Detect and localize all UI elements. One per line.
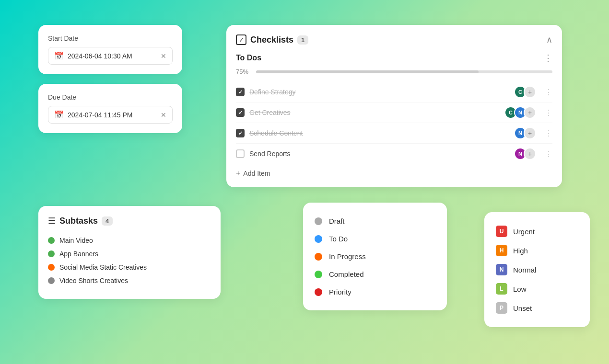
due-date-label: Due Date [48,93,173,101]
status-dot-inprogress [315,253,322,261]
item-text-4: Send Reports [249,150,509,158]
item-checkbox-4[interactable] [236,149,245,158]
status-label-inprogress: In Progress [329,252,366,261]
priority-badge-unset: P [496,302,507,314]
progress-bar-bg [256,70,552,73]
item-avatars-1: C + [514,86,536,98]
todos-header: To Dos ⋮ [236,53,552,63]
priority-item-unset[interactable]: P Unset [494,298,580,318]
item-text-1: Define Strategy [249,88,509,96]
subtask-dot [48,277,55,284]
subtask-dot [48,237,55,244]
status-dot-priority [315,288,322,296]
status-item-completed[interactable]: Completed [313,265,437,283]
checklists-header-left: ✓ Checklists 1 [236,34,308,45]
subtask-label-1: Main Video [59,237,93,244]
item-checkbox-2[interactable] [236,108,245,117]
progress-bar-fill [256,70,479,73]
calendar-icon: 📅 [54,51,64,60]
progress-row: 75% [236,68,552,75]
subtask-label-3: Social Media Static Creatives [59,263,147,271]
add-item-row[interactable]: + Add Item [236,169,552,178]
priority-label-urgent: Urgent [513,228,535,236]
calendar-icon: 📅 [54,110,64,119]
item-avatars-2: C N + [504,106,536,119]
status-label-draft: Draft [329,217,345,225]
priority-badge-low: L [496,283,507,295]
clear-start-date-button[interactable]: ✕ [161,52,166,60]
priority-item-high[interactable]: H High [494,241,580,260]
start-date-field[interactable]: 📅 2024-06-04 10:30 AM ✕ [48,47,173,65]
status-item-priority[interactable]: Priority [313,283,437,301]
subtasks-header: ☰ Subtasks 4 [48,216,211,226]
priority-label-low: Low [513,285,527,293]
add-avatar-button[interactable]: + [524,127,536,139]
priority-label-normal: Normal [513,266,536,274]
start-date-label: Start Date [48,34,173,42]
item-checkbox-3[interactable] [236,129,245,137]
priority-dropdown-card: U Urgent H High N Normal L Low P Unset [484,212,590,327]
item-checkbox-1[interactable] [236,88,245,96]
subtask-item-1: Main Video [48,234,211,247]
status-dot-completed [315,271,322,278]
checklist-item: Define Strategy C + ⋮ [236,82,552,102]
status-label-priority: Priority [329,288,351,296]
add-avatar-button[interactable]: + [524,106,536,119]
subtasks-badge: 4 [102,216,113,226]
todos-title: To Dos [236,54,261,62]
checklists-title: Checklists [250,35,293,45]
checklists-card: ✓ Checklists 1 ∧ To Dos ⋮ 75% Define Str… [226,25,562,187]
checklist-item: Schedule Content N + ⋮ [236,123,552,144]
status-label-todo: To Do [329,235,348,243]
status-dropdown-card: Draft To Do In Progress Completed Priori… [303,203,447,310]
status-item-inprogress[interactable]: In Progress [313,248,437,265]
item-more-3[interactable]: ⋮ [545,129,552,138]
subtask-dot [48,264,55,271]
priority-badge-urgent: U [496,226,507,237]
todos-more-button[interactable]: ⋮ [544,53,552,63]
due-date-value: 2024-07-04 11:45 PM [68,111,132,119]
priority-item-urgent[interactable]: U Urgent [494,222,580,241]
collapse-button[interactable]: ∧ [546,34,552,45]
checklist-icon: ✓ [236,34,246,45]
start-date-card: Start Date 📅 2024-06-04 10:30 AM ✕ [38,25,182,74]
checklist-item: Send Reports N + ⋮ [236,144,552,164]
status-item-draft[interactable]: Draft [313,212,437,230]
status-dot-draft [315,217,322,225]
add-item-label: Add Item [243,170,270,177]
priority-label-high: High [513,247,528,255]
due-date-field[interactable]: 📅 2024-07-04 11:45 PM ✕ [48,106,173,124]
add-avatar-button[interactable]: + [524,86,536,98]
item-avatars-4: N + [514,148,536,160]
subtask-item-2: App Banners [48,247,211,261]
subtask-item-4: Video Shorts Creatives [48,274,211,287]
subtask-label-4: Video Shorts Creatives [59,277,128,284]
checklist-item: Get Creatives C N + ⋮ [236,102,552,123]
checklists-badge: 1 [297,35,308,45]
subtasks-title: Subtasks [59,216,98,226]
start-date-value: 2024-06-04 10:30 AM [68,52,132,60]
add-item-plus-icon: + [236,169,240,178]
subtasks-card: ☰ Subtasks 4 Main Video App Banners Soci… [38,206,221,299]
status-item-todo[interactable]: To Do [313,230,437,248]
clear-due-date-button[interactable]: ✕ [161,111,166,119]
due-date-card: Due Date 📅 2024-07-04 11:45 PM ✕ [38,84,182,133]
priority-badge-normal: N [496,264,507,275]
item-text-2: Get Creatives [249,109,500,116]
status-dot-todo [315,235,322,243]
progress-label: 75% [236,68,251,75]
item-avatars-3: N + [514,127,536,139]
item-more-2[interactable]: ⋮ [545,108,552,117]
item-text-3: Schedule Content [249,129,509,137]
item-more-1[interactable]: ⋮ [545,88,552,97]
priority-item-normal[interactable]: N Normal [494,260,580,279]
checklists-header: ✓ Checklists 1 ∧ [236,34,552,45]
priority-item-low[interactable]: L Low [494,279,580,298]
priority-badge-high: H [496,245,507,256]
subtask-label-2: App Banners [59,250,98,258]
status-label-completed: Completed [329,270,364,278]
subtask-dot [48,250,55,257]
subtask-item-3: Social Media Static Creatives [48,261,211,274]
add-avatar-button[interactable]: + [524,148,536,160]
item-more-4[interactable]: ⋮ [545,149,552,159]
